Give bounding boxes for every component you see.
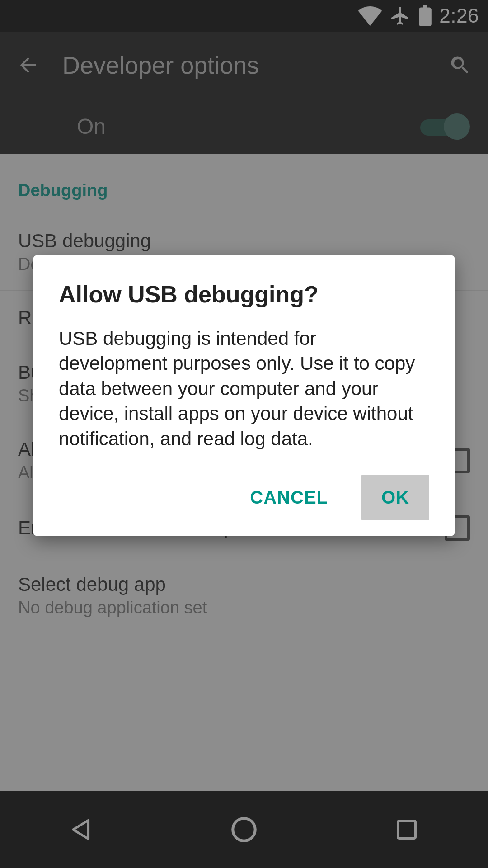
screen-root: 2:26 Developer options On Debugging USB …	[0, 0, 488, 868]
dialog-actions: CANCEL OK	[59, 475, 429, 520]
usb-debugging-dialog: Allow USB debugging? USB debugging is in…	[33, 255, 455, 536]
ok-button[interactable]: OK	[361, 475, 429, 520]
dialog-body: USB debugging is intended for developmen…	[59, 326, 429, 451]
cancel-button[interactable]: CANCEL	[230, 475, 348, 520]
dialog-title: Allow USB debugging?	[59, 281, 429, 308]
